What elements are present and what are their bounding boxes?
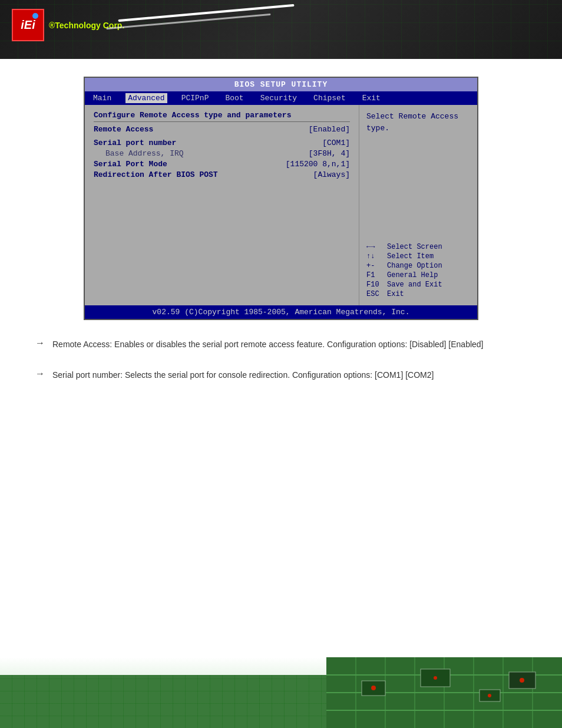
main-content: BIOS SETUP UTILITY Main Advanced PCIPnP … xyxy=(0,59,562,417)
key-esc-desc: Exit xyxy=(387,290,404,298)
svg-point-18 xyxy=(520,678,524,683)
page-header: iEi ®Technology Corp. xyxy=(0,0,562,59)
key-plus-minus: +- xyxy=(366,262,384,270)
paragraph-2: → Serial port number: Selects the serial… xyxy=(35,368,527,390)
bios-right-content: Select Remote Access type. ←→ Select Scr… xyxy=(366,111,470,299)
bios-section-title: Configure Remote Access type and paramet… xyxy=(94,111,350,122)
bios-row-serial-port: Serial port number [COM1] xyxy=(94,139,350,147)
arrow-bullet-2: → xyxy=(35,368,45,379)
menu-advanced[interactable]: Advanced xyxy=(125,93,167,103)
redirection-label: Redirection After BIOS POST xyxy=(94,170,218,179)
bios-screenshot: BIOS SETUP UTILITY Main Advanced PCIPnP … xyxy=(84,77,478,320)
bios-row-remote-access: Remote Access [Enabled] xyxy=(94,125,350,134)
key-row-select-item: ↑↓ Select Item xyxy=(366,252,470,261)
bios-title-bar: BIOS SETUP UTILITY xyxy=(85,78,477,91)
key-select-item-desc: Select Item xyxy=(387,252,434,261)
menu-main[interactable]: Main xyxy=(91,93,114,103)
logo-text: iEi xyxy=(21,18,35,32)
bios-right-panel: Select Remote Access type. ←→ Select Scr… xyxy=(359,105,477,305)
base-address-label: Base Address, IRQ xyxy=(94,149,184,158)
bios-keys-section: ←→ Select Screen ↑↓ Select Item +- Chang… xyxy=(366,236,470,299)
key-row-f1: F1 General Help xyxy=(366,271,470,279)
key-select-screen-desc: Select Screen xyxy=(387,243,442,251)
key-row-select-screen: ←→ Select Screen xyxy=(366,243,470,251)
bios-title: BIOS SETUP UTILITY xyxy=(234,80,328,89)
menu-chipset[interactable]: Chipset xyxy=(311,93,348,103)
base-address-value: [3F8H, 4] xyxy=(309,149,350,158)
bios-row-serial-mode: Serial Port Mode [115200 8,n,1] xyxy=(94,160,350,169)
logo-dot xyxy=(32,13,38,19)
bios-footer: v02.59 (C)Copyright 1985-2005, American … xyxy=(85,305,477,319)
remote-access-label: Remote Access xyxy=(94,125,153,134)
svg-point-16 xyxy=(434,676,437,680)
page-footer xyxy=(0,657,562,728)
key-arrows-ud: ↑↓ xyxy=(366,252,384,261)
svg-point-17 xyxy=(488,694,491,697)
bios-row-redirection: Redirection After BIOS POST [Always] xyxy=(94,170,350,179)
key-f1-desc: General Help xyxy=(387,271,438,279)
svg-point-15 xyxy=(371,686,376,690)
serial-mode-value: [115200 8,n,1] xyxy=(286,160,350,169)
menu-exit[interactable]: Exit xyxy=(360,93,383,103)
bios-footer-text: v02.59 (C)Copyright 1985-2005, American … xyxy=(153,308,410,317)
bios-menu-bar: Main Advanced PCIPnP Boot Security Chips… xyxy=(85,91,477,105)
key-f10-desc: Save and Exit xyxy=(387,281,442,289)
footer-right-panel xyxy=(326,657,562,728)
key-row-change-option: +- Change Option xyxy=(366,262,470,270)
paragraph-1: → Remote Access: Enables or disables the… xyxy=(35,338,527,360)
remote-access-value: [Enabled] xyxy=(309,125,350,134)
redirection-value: [Always] xyxy=(313,170,350,179)
right-panel-spacer xyxy=(366,140,470,236)
company-logo: iEi xyxy=(12,9,44,41)
logo-area: iEi ®Technology Corp. xyxy=(12,9,124,41)
paragraph-1-text: Remote Access: Enables or disables the s… xyxy=(52,338,484,351)
key-row-f10: F10 Save and Exit xyxy=(366,281,470,289)
bios-left-panel: Configure Remote Access type and paramet… xyxy=(85,105,359,305)
serial-mode-label: Serial Port Mode xyxy=(94,160,167,169)
menu-pcipnp[interactable]: PCIPnP xyxy=(179,93,211,103)
key-f10: F10 xyxy=(366,281,384,289)
key-arrows-lr: ←→ xyxy=(366,243,384,251)
key-esc: ESC xyxy=(366,290,384,298)
arrow-bullet-1: → xyxy=(35,338,45,348)
key-f1: F1 xyxy=(366,271,384,279)
serial-port-label: Serial port number xyxy=(94,139,176,147)
paragraph-2-text: Serial port number: Selects the serial p… xyxy=(52,368,434,381)
bios-row-base-address: Base Address, IRQ [3F8H, 4] xyxy=(94,149,350,158)
serial-port-value: [COM1] xyxy=(322,139,350,147)
key-row-esc: ESC Exit xyxy=(366,290,470,298)
key-change-option-desc: Change Option xyxy=(387,262,442,270)
menu-boot[interactable]: Boot xyxy=(223,93,246,103)
bios-body: Configure Remote Access type and paramet… xyxy=(85,105,477,305)
menu-security[interactable]: Security xyxy=(258,93,299,103)
bios-help-text: Select Remote Access type. xyxy=(366,111,470,134)
